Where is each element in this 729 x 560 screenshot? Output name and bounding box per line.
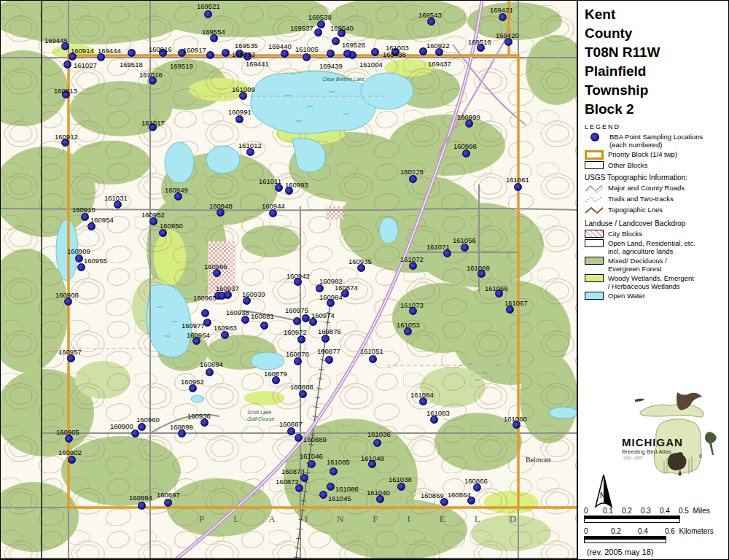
- sampling-point-label: 160955: [84, 257, 107, 264]
- sampling-point-label: 161045: [328, 495, 351, 502]
- scale-tick-label: 0: [584, 527, 611, 535]
- sampling-point-dot: [222, 49, 230, 57]
- map-title-line: T08N R11W: [578, 43, 729, 62]
- sampling-point-dot: [327, 50, 335, 58]
- page: 1695211695381695431694211695541695371695…: [0, 0, 729, 560]
- sampling-point-dot: [369, 355, 377, 363]
- scale-tick-label: 0.6: [665, 527, 675, 535]
- sampling-point-label: 169519: [170, 63, 193, 69]
- scale-tick-label: 0: [584, 507, 603, 515]
- sampling-point-label: 169438: [383, 51, 406, 58]
- sampling-point-dot: [295, 434, 303, 442]
- sampling-point-dot: [63, 61, 71, 69]
- landuse-item-wetland: Woody Wetlands, Emergent/ Herbaceous Wet…: [578, 273, 729, 291]
- bba-point-swatch-icon: [590, 133, 599, 141]
- landuse-item-label: Open Land, Residential, etc.incl. agricu…: [608, 239, 695, 255]
- sampling-point-dot: [314, 28, 322, 36]
- trails-zigzag-icon: [585, 195, 604, 204]
- sampling-point-label: 161086: [335, 486, 359, 492]
- sampling-point-label: 160965: [193, 295, 217, 301]
- landuse-item-label: Mixed/ Deciduous /Evergreen Forest: [608, 257, 667, 273]
- sampling-point-dot: [81, 213, 89, 221]
- sampling-point-dot: [138, 502, 146, 510]
- sampling-point-label: 160872: [276, 478, 299, 485]
- sampling-point-label: 169535: [235, 42, 258, 49]
- landuse-heading: Landuse / Landcover Backdrop: [578, 216, 729, 229]
- map-annotation-text: PLAINFIELD: [199, 513, 545, 525]
- sampling-point-label: 160952: [141, 211, 165, 218]
- landuse-legend-list: City BlocksOpen Land, Residential, etc.i…: [578, 229, 729, 300]
- sampling-point-label: 169437: [428, 61, 451, 67]
- sampling-point-label: 161051: [360, 348, 383, 354]
- sampling-point-dot: [371, 48, 379, 56]
- sampling-point-label: 160998: [453, 143, 477, 149]
- topo-lines-label: Topographic Lnes: [608, 206, 663, 214]
- map-canvas[interactable]: 1695211695381695431694211695541695371695…: [1, 1, 577, 560]
- sampling-point-label: 161067: [504, 300, 528, 306]
- topo-lines-zigzag-icon: [585, 206, 604, 215]
- sampling-point-label: 160873: [281, 468, 305, 475]
- sidebar: KentCountyT08N R11WPlainfieldTownshipBlo…: [577, 1, 729, 560]
- sampling-point-label: 160922: [426, 42, 450, 49]
- sampling-point-dot: [316, 284, 324, 292]
- sampling-point-label: 169441: [246, 61, 269, 67]
- scalebar-segment: [604, 519, 623, 522]
- scale-bars: 00.10.20.30.40.5 Miles 00.20.40.6 Kilome…: [584, 507, 727, 556]
- sampling-point-label: 169518: [120, 61, 143, 68]
- sampling-point-label: 160912: [55, 133, 78, 140]
- sampling-point-label: 169554: [202, 28, 225, 35]
- sampling-point-label: 160900: [110, 423, 133, 429]
- sampling-point-label: 160887: [279, 421, 303, 427]
- other-blocks-label: Other Blocks: [608, 161, 647, 169]
- sampling-point-label: 160935: [348, 258, 372, 265]
- sampling-point-dot: [128, 49, 136, 57]
- sampling-point-label: 169445: [44, 37, 68, 44]
- sampling-point-label: 160877: [317, 348, 340, 354]
- logo-title: MICHIGAN: [622, 436, 683, 448]
- forest-swatch-icon: [585, 257, 604, 265]
- sampling-point-label: 160899: [170, 424, 193, 430]
- sampling-point-label: 160913: [54, 88, 77, 94]
- sampling-point-label: 161084: [410, 392, 434, 398]
- sampling-point-dot: [514, 183, 522, 191]
- sampling-point-dot: [302, 314, 310, 322]
- bba-points-label: BBA Point Sampling Locations: [609, 133, 703, 141]
- map-title-line: County: [578, 24, 729, 43]
- sampling-point-dot: [164, 499, 172, 507]
- sampling-point-dot: [138, 423, 146, 431]
- sampling-point-label: 161049: [361, 455, 384, 462]
- sampling-point-label: 161066: [485, 285, 508, 292]
- map-annotation-text: Golf Course: [247, 416, 274, 421]
- sampling-point-label: 160949: [165, 187, 188, 193]
- water-swatch-icon: [585, 292, 604, 300]
- sampling-point-label: 160864: [448, 491, 471, 498]
- open-swatch-icon: [585, 239, 604, 247]
- sampling-point-label: 160962: [181, 378, 204, 385]
- legend-item-other-blocks: Other Blocks: [578, 160, 729, 170]
- sampling-point-label: 160948: [209, 203, 233, 209]
- sampling-point-label: 160942: [286, 273, 310, 279]
- wetland-swatch-icon: [585, 274, 604, 282]
- city-swatch-icon: [585, 230, 604, 238]
- sampling-point-label: 160928: [400, 168, 424, 175]
- sampling-point-label: 160975: [285, 307, 308, 314]
- sampling-point-label: 169528: [342, 42, 365, 48]
- michigan-bba-logo: MICHIGAN Breeding Bird Atlas 2002 - 2007…: [613, 391, 729, 486]
- sampling-point-dot: [159, 229, 167, 237]
- sampling-point-dot: [206, 51, 214, 59]
- sampling-point-label: 161027: [74, 62, 97, 69]
- sampling-point-label: 161069: [467, 265, 490, 271]
- sampling-point-label: 160991: [228, 109, 252, 115]
- sampling-point-label: 161073: [400, 302, 424, 308]
- bba-points-label2: (each numbered): [609, 141, 703, 149]
- sampling-point-label: 160957: [58, 349, 82, 355]
- sampling-point-label: 161053: [397, 322, 420, 328]
- svg-text:N: N: [600, 491, 605, 499]
- sampling-point-label: 160909: [67, 248, 90, 254]
- sampling-point-label: 160960: [136, 416, 160, 423]
- sampling-point-dot: [269, 209, 277, 217]
- sampling-point-label: 160884: [200, 361, 223, 368]
- sampling-point-dot: [461, 244, 469, 252]
- legend-item-priority-block: Priority Block (1/4 twp): [578, 149, 729, 160]
- sampling-point-label: 169440: [268, 43, 292, 50]
